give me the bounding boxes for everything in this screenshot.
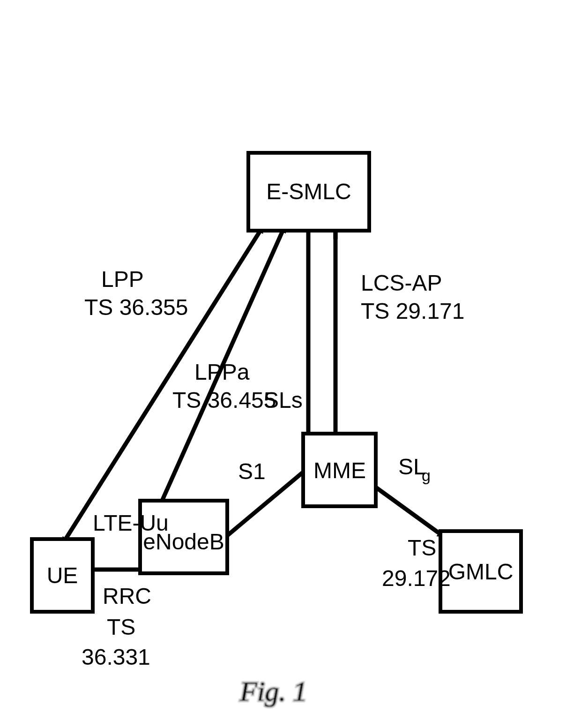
label-slg-spec-b: 29.172	[382, 566, 451, 591]
label-sls: SLs	[264, 388, 303, 413]
node-mme: MME	[303, 434, 376, 506]
node-esmlc: E-SMLC	[248, 153, 369, 231]
svg-line-7	[375, 487, 439, 533]
label-lcs-ap: LCS-AP	[361, 270, 442, 295]
label-rrc-spec-a: TS	[107, 615, 135, 639]
node-ue: UE	[32, 539, 93, 612]
node-gmlc: GMLC	[440, 531, 521, 612]
svg-text:g: g	[422, 466, 431, 484]
label-lppa: LPPa	[194, 360, 250, 384]
node-mme-label: MME	[313, 458, 366, 483]
label-slg: SL g	[398, 454, 431, 484]
label-rrc: RRC	[103, 584, 151, 608]
svg-line-3	[66, 231, 260, 539]
label-s1: S1	[238, 459, 266, 484]
node-ue-label: UE	[47, 563, 78, 588]
node-gmlc-label: GMLC	[448, 559, 514, 584]
architecture-diagram: E-SMLC UE eNodeB MME GMLC LPP TS 36.355 …	[0, 0, 581, 728]
label-lppa-spec: TS 36.455	[172, 388, 276, 413]
label-lcs-ap-spec: TS 29.171	[361, 299, 464, 323]
svg-text:Fig. 1: Fig. 1	[239, 676, 307, 707]
node-esmlc-label: E-SMLC	[266, 179, 351, 204]
label-lpp-spec: TS 36.355	[84, 295, 188, 320]
label-rrc-spec-b: 36.331	[82, 645, 150, 669]
label-slg-spec-a: TS	[408, 535, 436, 560]
label-lpp: LPP	[101, 267, 144, 292]
label-lte-uu: LTE-Uu	[93, 510, 169, 535]
figure-caption: Fig. 1 Fig. 1	[239, 676, 307, 707]
